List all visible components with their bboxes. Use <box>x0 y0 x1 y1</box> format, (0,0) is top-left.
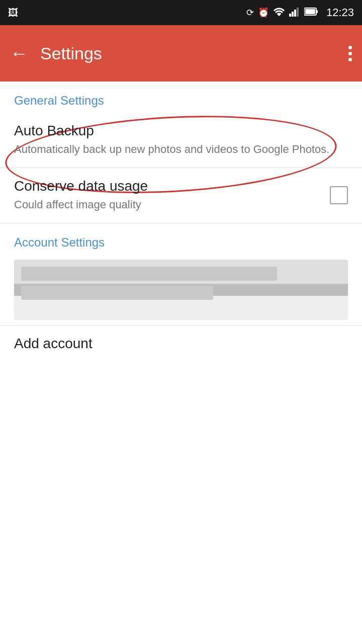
battery-icon <box>304 7 318 19</box>
auto-backup-subtitle: Automatically back up new photos and vid… <box>14 142 348 157</box>
svg-rect-6 <box>316 10 318 13</box>
wifi-icon <box>273 7 285 19</box>
conserve-data-title: Conserve data usage <box>14 178 348 194</box>
account-blurred-content <box>14 260 348 320</box>
account-settings-header: Account Settings <box>0 223 362 255</box>
conserve-data-checkbox[interactable] <box>330 186 348 204</box>
more-dot-1 <box>348 46 352 49</box>
rotate-icon: ⟳ <box>246 7 254 18</box>
conserve-data-item[interactable]: Conserve data usage Could affect image q… <box>0 168 362 223</box>
svg-rect-5 <box>305 9 315 14</box>
more-dot-3 <box>348 58 352 61</box>
svg-rect-0 <box>289 14 291 17</box>
svg-rect-3 <box>297 8 299 17</box>
back-button[interactable]: ← <box>10 44 28 62</box>
auto-backup-title: Auto Backup <box>14 123 348 139</box>
blur-line-1 <box>21 267 277 281</box>
status-bar: 🖼 ⟳ ⏰ <box>0 0 362 25</box>
svg-rect-2 <box>294 10 296 17</box>
auto-backup-item[interactable]: Auto Backup Automatically back up new ph… <box>0 113 362 168</box>
conserve-data-subtitle: Could affect image quality <box>14 197 348 213</box>
status-time: 12:23 <box>326 6 354 19</box>
auto-backup-wrapper: Auto Backup Automatically back up new ph… <box>0 113 362 168</box>
signal-icon <box>289 7 300 19</box>
svg-rect-1 <box>292 12 294 17</box>
app-bar: ← Settings <box>0 25 362 82</box>
notification-icon: 🖼 <box>8 7 18 19</box>
settings-content: General Settings Auto Backup Automatical… <box>0 82 362 365</box>
blur-line-2 <box>21 286 213 300</box>
add-account-label: Add account <box>14 336 348 352</box>
more-options-button[interactable] <box>348 46 352 61</box>
general-settings-header: General Settings <box>0 82 362 113</box>
more-dot-2 <box>348 52 352 55</box>
alarm-icon: ⏰ <box>258 7 269 18</box>
page-title: Settings <box>40 44 348 63</box>
add-account-item[interactable]: Add account <box>0 326 362 365</box>
